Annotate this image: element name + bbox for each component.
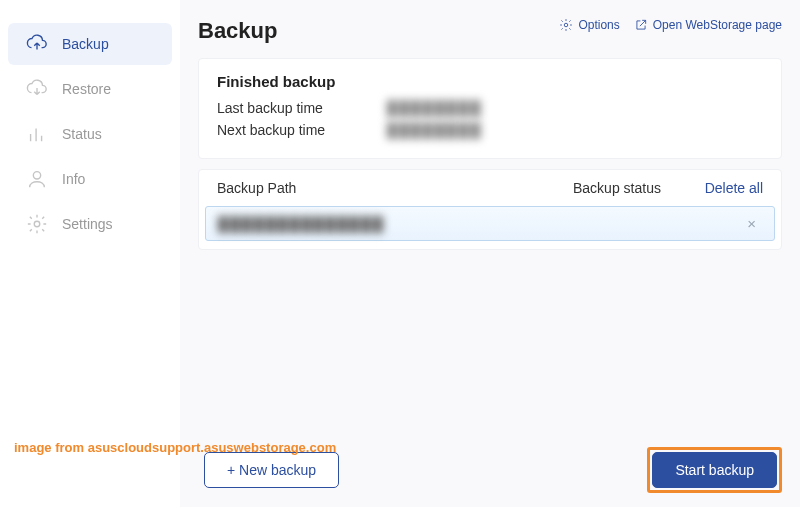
open-webstorage-link[interactable]: Open WebStorage page <box>634 18 782 32</box>
main-panel: Backup Options Open WebStorage page Fini… <box>180 0 800 507</box>
svg-point-2 <box>565 23 569 27</box>
sidebar-item-status[interactable]: Status <box>8 113 172 155</box>
svg-point-1 <box>34 221 40 227</box>
highlight-annotation: Start backup <box>647 447 782 493</box>
new-backup-button[interactable]: + New backup <box>204 452 339 488</box>
sidebar-item-label: Backup <box>62 36 109 52</box>
last-backup-label: Last backup time <box>217 100 387 116</box>
cloud-upload-icon <box>26 33 48 55</box>
finished-title: Finished backup <box>217 73 763 90</box>
gear-icon <box>26 213 48 235</box>
last-backup-value: ████████ <box>387 100 482 116</box>
list-item-path: ██████████████ <box>218 216 572 232</box>
last-backup-row: Last backup time ████████ <box>217 100 763 116</box>
sidebar: Backup Restore Status Info Settings <box>0 0 180 507</box>
col-path-header: Backup Path <box>217 180 573 196</box>
start-backup-button[interactable]: Start backup <box>652 452 777 488</box>
sidebar-item-restore[interactable]: Restore <box>8 68 172 110</box>
list-header: Backup Path Backup status Delete all <box>199 170 781 206</box>
topbar: Backup Options Open WebStorage page <box>198 18 782 44</box>
sidebar-item-backup[interactable]: Backup <box>8 23 172 65</box>
svg-point-0 <box>33 172 40 179</box>
backup-path-list: Backup Path Backup status Delete all ███… <box>198 169 782 250</box>
person-icon <box>26 168 48 190</box>
next-backup-value: ████████ <box>387 122 482 138</box>
gear-icon <box>559 18 573 32</box>
sidebar-item-info[interactable]: Info <box>8 158 172 200</box>
cloud-download-icon <box>26 78 48 100</box>
sidebar-item-label: Status <box>62 126 102 142</box>
next-backup-row: Next backup time ████████ <box>217 122 763 138</box>
col-status-header: Backup status <box>573 180 683 196</box>
external-link-icon <box>634 18 648 32</box>
watermark-text: image from asuscloudsupport.asuswebstora… <box>14 440 336 455</box>
list-item[interactable]: ██████████████ × <box>205 206 775 241</box>
options-link[interactable]: Options <box>559 18 619 32</box>
options-label: Options <box>578 18 619 32</box>
finished-backup-card: Finished backup Last backup time ███████… <box>198 58 782 159</box>
open-webstorage-label: Open WebStorage page <box>653 18 782 32</box>
top-links: Options Open WebStorage page <box>559 18 782 32</box>
sidebar-item-label: Restore <box>62 81 111 97</box>
sidebar-item-settings[interactable]: Settings <box>8 203 172 245</box>
sidebar-item-label: Info <box>62 171 85 187</box>
page-title: Backup <box>198 18 277 44</box>
delete-all-link[interactable]: Delete all <box>683 180 763 196</box>
close-icon[interactable]: × <box>682 215 762 232</box>
chart-bar-icon <box>26 123 48 145</box>
next-backup-label: Next backup time <box>217 122 387 138</box>
sidebar-item-label: Settings <box>62 216 113 232</box>
